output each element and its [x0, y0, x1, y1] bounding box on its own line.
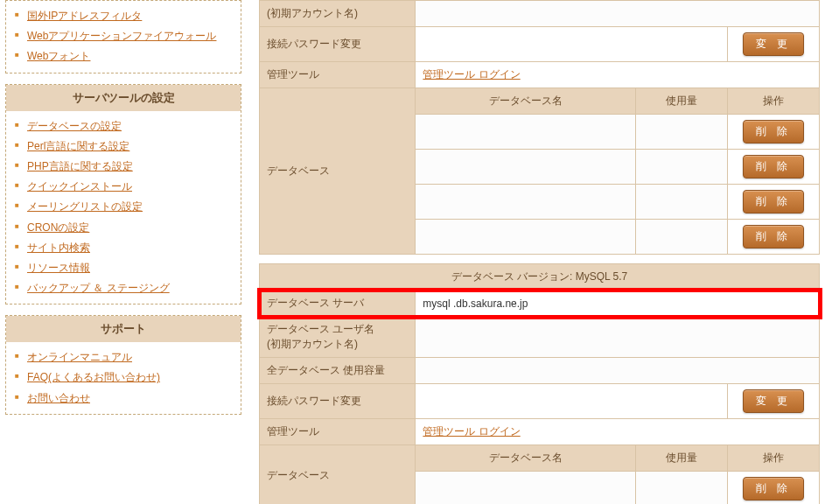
sidebar-top-item: Webフォント [15, 46, 232, 66]
sidebar-tools-item: サイト内検索 [15, 238, 232, 258]
sidebar-top-item: Webアプリケーションファイアウォール [15, 26, 232, 46]
db-row-name [416, 472, 636, 505]
db-row-name [416, 185, 636, 220]
sidebar-tools-link[interactable]: バックアップ ＆ ステージング [27, 282, 170, 294]
db-table-1: (初期アカウント名) 接続パスワード変更 変 更 管理ツール 管理ツール ログイ… [259, 0, 820, 255]
db-row-usage [636, 115, 728, 150]
sidebar-box-tools: サーバツールの設定 データベースの設定Perl言語に関する設定PHP言語に関する… [5, 84, 241, 305]
sidebar-tools-item: PHP言語に関する設定 [15, 157, 232, 177]
account-label: (初期アカウント名) [260, 1, 416, 27]
sidebar-tools-item: Perl言語に関する設定 [15, 136, 232, 157]
change-button[interactable]: 変 更 [743, 32, 803, 56]
user-label: データベース ユーザ名(初期アカウント名) [260, 317, 416, 358]
delete-button[interactable]: 削 除 [743, 190, 803, 214]
change-button[interactable]: 変 更 [743, 389, 803, 413]
sidebar-tools-item: メーリングリストの設定 [15, 197, 232, 217]
sidebar-support-item: オンラインマニュアル [15, 347, 232, 368]
sidebar-top-link[interactable]: Webフォント [27, 50, 90, 62]
sidebar-tools-link[interactable]: PHP言語に関する設定 [27, 160, 133, 172]
pw-value-2 [416, 384, 728, 419]
sidebar-tools-item: クイックインストール [15, 177, 232, 197]
db-row-usage [636, 472, 728, 505]
mgmt-label: 管理ツール [260, 62, 416, 88]
sidebar-tools-link[interactable]: リソース情報 [27, 262, 90, 274]
capacity-value [416, 358, 820, 384]
sidebar-support-item: お問い合わせ [15, 388, 232, 409]
db-row-usage [636, 220, 728, 255]
pw-label: 接続パスワード変更 [260, 27, 416, 62]
sidebar-tools-item: CRONの設定 [15, 218, 232, 238]
delete-button[interactable]: 削 除 [743, 120, 803, 144]
capacity-label: 全データベース 使用容量 [260, 358, 416, 384]
sidebar-top-link[interactable]: 国外IPアドレスフィルタ [27, 10, 142, 22]
delete-button[interactable]: 削 除 [743, 477, 803, 500]
sidebar-support-link[interactable]: FAQ(よくあるお問い合わせ) [27, 371, 160, 383]
pw-label-2: 接続パスワード変更 [260, 384, 416, 419]
sidebar-support-link[interactable]: お問い合わせ [27, 392, 90, 404]
th-usage: 使用量 [636, 445, 728, 472]
sidebar-support-item: FAQ(よくあるお問い合わせ) [15, 368, 232, 388]
th-op: 操作 [728, 88, 820, 115]
server-label: データベース サーバ [260, 290, 416, 317]
sidebar-box-top: 国外IPアドレスフィルタWebアプリケーションファイアウォールWebフォント [5, 0, 241, 74]
th-dbname: データベース名 [416, 88, 636, 115]
sidebar-tools-item: リソース情報 [15, 258, 232, 278]
sidebar-tools-link[interactable]: メーリングリストの設定 [27, 200, 143, 213]
sidebar-tools-link[interactable]: CRONの設定 [27, 221, 89, 234]
db-table-2: データベース バージョン: MySQL 5.7 データベース サーバ mysql… [259, 263, 820, 504]
user-value [416, 317, 820, 358]
db-label: データベース [260, 88, 416, 255]
version-header: データベース バージョン: MySQL 5.7 [260, 264, 820, 290]
db-row-usage [636, 150, 728, 185]
db-label-2: データベース [260, 445, 416, 505]
sidebar-header-support: サポート [6, 316, 241, 342]
sidebar-header-tools: サーバツールの設定 [6, 85, 241, 111]
sidebar-top-item: 国外IPアドレスフィルタ [15, 6, 232, 26]
pw-value [416, 27, 728, 62]
sidebar-tools-item: データベースの設定 [15, 116, 232, 136]
account-value [416, 1, 820, 27]
delete-button[interactable]: 削 除 [743, 225, 803, 248]
db-row-usage [636, 185, 728, 220]
sidebar-tools-link[interactable]: クイックインストール [27, 180, 132, 192]
sidebar-tools-link[interactable]: サイト内検索 [27, 242, 90, 254]
sidebar-support-link[interactable]: オンラインマニュアル [27, 351, 132, 363]
th-dbname: データベース名 [416, 445, 636, 472]
mgmt-login-link[interactable]: 管理ツール ログイン [423, 68, 520, 80]
db-row-name [416, 115, 636, 150]
server-value: mysql .db.sakura.ne.jp [416, 290, 820, 317]
sidebar-tools-item: バックアップ ＆ ステージング [15, 278, 232, 298]
sidebar-tools-link[interactable]: データベースの設定 [27, 120, 122, 132]
th-usage: 使用量 [636, 88, 728, 115]
mgmt-login-link[interactable]: 管理ツール ログイン [423, 425, 520, 438]
db-row-name [416, 150, 636, 185]
db-row-name [416, 220, 636, 255]
delete-button[interactable]: 削 除 [743, 155, 803, 178]
sidebar-box-support: サポート オンラインマニュアルFAQ(よくあるお問い合わせ)お問い合わせ [5, 315, 241, 415]
sidebar-top-link[interactable]: Webアプリケーションファイアウォール [27, 30, 216, 42]
mgmt-label-2: 管理ツール [260, 419, 416, 445]
th-op: 操作 [728, 445, 820, 472]
sidebar-tools-link[interactable]: Perl言語に関する設定 [27, 140, 129, 152]
